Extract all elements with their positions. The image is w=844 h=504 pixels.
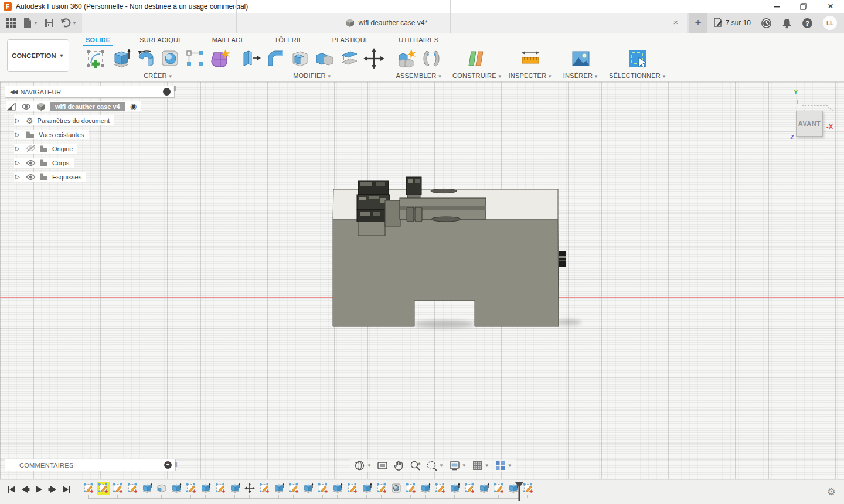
display-settings-button[interactable]: ▼: [448, 459, 468, 472]
group-label[interactable]: CRÉER▼: [82, 72, 234, 79]
grid-settings-button[interactable]: ▼: [471, 459, 491, 472]
bell-icon[interactable]: [782, 18, 792, 29]
hole-button[interactable]: [159, 46, 182, 71]
navigator-item-origine[interactable]: ▷Origine: [14, 144, 77, 154]
file-new-button[interactable]: ▼: [22, 16, 39, 30]
press-pull-button[interactable]: [240, 46, 262, 71]
expand-arrow-icon[interactable]: ▷: [15, 159, 22, 166]
step-back-button[interactable]: [21, 485, 30, 493]
comments-panel-header[interactable]: COMMENTAIRES +: [5, 459, 176, 471]
measure-button[interactable]: [519, 46, 542, 71]
comments-resize-grip[interactable]: ‖: [175, 461, 178, 469]
minimize-icon[interactable]: [763, 0, 790, 13]
move-button[interactable]: [363, 46, 385, 71]
ribbon-tab-utilitaires[interactable]: UTILITAIRES: [396, 35, 441, 46]
timeline-feature-sketch[interactable]: [318, 483, 328, 493]
form-button[interactable]: [209, 46, 231, 71]
timeline-feature-sketch[interactable]: [406, 483, 416, 493]
insert-image-button[interactable]: [570, 46, 592, 71]
viewcube-front-face[interactable]: AVANT: [796, 111, 823, 137]
ribbon-tab-plastique[interactable]: PLASTIQUE: [330, 35, 372, 46]
tree-item-label[interactable]: Paramètres du document: [38, 117, 110, 124]
revolve-button[interactable]: [135, 46, 157, 71]
tree-item-label[interactable]: Esquisses: [52, 173, 81, 181]
chevron-down-icon[interactable]: ▼: [508, 463, 512, 468]
expand-arrow-icon[interactable]: ▷: [15, 117, 22, 124]
group-label[interactable]: INSÉRER▼: [559, 72, 603, 79]
timeline-feature-sketch[interactable]: [464, 483, 475, 493]
workspace-selector[interactable]: CONCEPTION ▼: [7, 39, 69, 72]
root-document-label[interactable]: wifi deauther case v4: [50, 102, 125, 111]
tab-close-icon[interactable]: ×: [671, 17, 681, 28]
new-component-button[interactable]: [396, 46, 418, 71]
timeline-feature-sketch[interactable]: [186, 483, 196, 493]
group-label[interactable]: CONSTRUIRE▼: [452, 72, 502, 79]
chevron-down-icon[interactable]: ▼: [462, 463, 467, 468]
ribbon-tab-solide[interactable]: SOLIDE: [83, 35, 113, 46]
clock-icon[interactable]: [761, 18, 772, 29]
extrude-button[interactable]: [110, 46, 132, 71]
zoom-window-button[interactable]: ▼: [425, 459, 445, 472]
viewcube[interactable]: AVANT Y Z -X: [785, 93, 844, 147]
shell-button[interactable]: [289, 46, 311, 71]
timeline-feature-extrude[interactable]: [142, 483, 152, 493]
viewport-canvas[interactable]: ◀◀ NAVIGATEUR − ‖ wifi deauther case v4◉…: [0, 82, 844, 504]
help-icon[interactable]: ?: [802, 18, 813, 29]
step-forward-button[interactable]: [48, 485, 57, 493]
construction-plane-button[interactable]: [466, 46, 488, 71]
timeline-feature-sketch[interactable]: [215, 483, 226, 493]
viewports-button[interactable]: ▼: [494, 459, 513, 472]
navigator-item-vues-existantes[interactable]: ▷Vues existantes: [14, 130, 89, 139]
pan-button[interactable]: [392, 459, 406, 472]
close-icon[interactable]: ×: [817, 0, 844, 13]
orbit-button[interactable]: ▼: [353, 459, 373, 472]
timeline-feature-sketch[interactable]: [523, 483, 533, 493]
joint-button[interactable]: [420, 46, 443, 71]
offset-face-button[interactable]: [338, 46, 360, 71]
ribbon-tab-tôlerie[interactable]: TÔLERIE: [272, 35, 305, 46]
combine-button[interactable]: [314, 46, 336, 71]
activate-component-icon[interactable]: ◉: [130, 102, 137, 111]
eye-icon[interactable]: [26, 173, 36, 181]
fillet-button[interactable]: [264, 46, 287, 71]
navigator-item-param-tres-du-document[interactable]: ▷⚙Paramètres du document: [14, 115, 114, 125]
timeline-feature-extrude[interactable]: [450, 483, 460, 493]
create-sketch-button[interactable]: [86, 46, 108, 71]
play-button[interactable]: [35, 485, 43, 493]
timeline-settings-gear-icon[interactable]: ⚙: [827, 486, 836, 498]
document-tab[interactable]: wifi deauther case v4* ×: [82, 13, 687, 33]
save-button[interactable]: [43, 16, 55, 29]
zoom-button[interactable]: ±: [409, 459, 422, 472]
timeline-feature-hole-feature[interactable]: [391, 483, 401, 493]
expand-arrow-icon[interactable]: ▷: [15, 173, 22, 180]
timeline-feature-sketch[interactable]: [288, 483, 299, 493]
eye-icon[interactable]: [21, 103, 31, 110]
timeline-feature-sketch[interactable]: [83, 483, 94, 493]
timeline-feature-sketch[interactable]: [127, 483, 138, 493]
clock-icon[interactable]: [761, 18, 772, 29]
maximize-icon[interactable]: [790, 0, 817, 13]
go-to-start-button[interactable]: [7, 485, 16, 493]
pattern-button[interactable]: [184, 46, 206, 71]
help-icon[interactable]: ?: [802, 18, 813, 29]
timeline-position-marker[interactable]: [515, 482, 524, 502]
ribbon-tab-surfacique[interactable]: SURFACIQUE: [137, 35, 185, 46]
group-label[interactable]: ASSEMBLER▼: [389, 72, 449, 79]
expand-arrow-icon[interactable]: ▷: [15, 131, 22, 138]
navigator-panel-header[interactable]: ◀◀ NAVIGATEUR −: [5, 86, 175, 98]
tree-item-label[interactable]: Corps: [52, 159, 69, 166]
timeline-feature-extrude[interactable]: [274, 483, 284, 493]
navigator-item-corps[interactable]: ▷Corps: [14, 158, 74, 168]
expand-arrow-icon[interactable]: ▷: [15, 145, 22, 152]
model-wifi-deauther-case[interactable]: [319, 170, 583, 340]
panel-minimize-icon[interactable]: −: [163, 88, 171, 96]
timeline-feature-extrude[interactable]: [362, 483, 372, 493]
job-status[interactable]: 7 sur 10: [713, 18, 751, 28]
timeline-feature-extrude[interactable]: [200, 483, 211, 493]
select-button[interactable]: [627, 46, 649, 71]
comments-add-icon[interactable]: +: [164, 461, 172, 469]
group-label[interactable]: SÉLECTIONNER▼: [606, 72, 669, 79]
group-label[interactable]: MODIFIER▼: [239, 72, 386, 79]
chevron-down-icon[interactable]: ▼: [485, 463, 489, 468]
eye-off-icon[interactable]: [26, 145, 36, 152]
